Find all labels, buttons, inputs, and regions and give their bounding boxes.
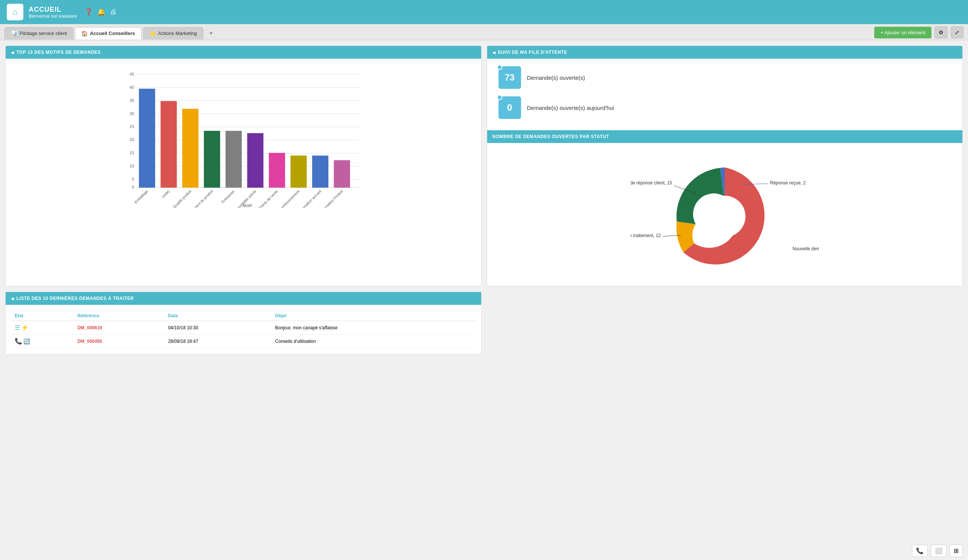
bar-dispo: [247, 133, 264, 188]
row1-objet: Conseils d'utilisation: [272, 335, 475, 348]
queue-panel-header: ◀ SUIVI DE MA FILE D'ATTENTE: [487, 46, 963, 59]
queue-panel: ◀ SUIVI DE MA FILE D'ATTENTE 73 Demande(…: [487, 46, 963, 287]
bar-reclamation-accueil: [312, 156, 328, 187]
sync-icon-1: 🔄: [23, 338, 30, 345]
pie-chart-container: Réponse reçue, 2 Attente de réponse clie…: [487, 143, 963, 286]
tab-add-button[interactable]: +: [205, 28, 217, 39]
bar-chart-container: 45 40 35 30 25 20 15 10 5 0: [12, 65, 475, 208]
col-reference: Référence: [75, 311, 165, 321]
top10-collapse-icon[interactable]: ◀: [11, 50, 14, 55]
top10-panel: ◀ TOP 10 DES MOTIFS DE DEMANDES 45 40 35…: [5, 46, 482, 287]
row1-etat: 📞 🔄: [12, 335, 75, 348]
top10-panel-title: TOP 10 DES MOTIFS DE DEMANDES: [17, 50, 101, 55]
demandes-table-head: Etat Référence Date Objet: [12, 311, 475, 321]
bar-chart-svg: 45 40 35 30 25 20 15 10 5 0: [12, 65, 475, 208]
label-encours: En cours de traitement, 12: [631, 233, 661, 238]
fullscreen-icon: ⤢: [955, 29, 959, 35]
header-title: ACCUEIL Bienvenue sur easiware: [28, 6, 77, 19]
svg-text:15: 15: [129, 151, 134, 155]
bar-aspect: [204, 131, 220, 188]
queue-label-0: Demande(s) ouverte(s): [527, 75, 585, 81]
svg-text:30: 30: [129, 111, 134, 116]
svg-text:Entreprise: Entreprise: [220, 189, 235, 204]
row1-date: 28/09/18 18:47: [165, 335, 272, 348]
svg-text:35: 35: [129, 98, 134, 103]
bar-reclamation-produit: [334, 160, 350, 188]
tab-actions-icon: ⭐: [149, 30, 156, 36]
label-reponse: Réponse reçue, 2: [770, 180, 806, 186]
row0-ref[interactable]: DM_000619: [75, 321, 165, 335]
tab-pilotage[interactable]: 📊 Pilotage service client: [5, 27, 73, 40]
list-icon-0: ☰: [15, 325, 20, 331]
demandes-collapse-icon[interactable]: ◀: [11, 297, 14, 301]
statut-panel-header: NOMBRE DE DEMANDES OUVERTES PAR STATUT: [487, 130, 963, 143]
demandes-table: Etat Référence Date Objet ☰ ⚡ DM_000619: [12, 311, 475, 348]
statut-panel-title: NOMBRE DE DEMANDES OUVERTES PAR STATUT: [492, 134, 609, 139]
tab-accueil-icon: 🏠: [81, 30, 88, 36]
col-etat: Etat: [12, 311, 75, 321]
table-row: 📞 🔄 DM_000456 28/09/18 18:47 Conseils d'…: [12, 335, 475, 348]
add-element-button[interactable]: + Ajouter un élément: [874, 27, 932, 38]
queue-badge-1: 0: [499, 96, 521, 119]
settings-icon: ⚙: [939, 29, 943, 35]
svg-text:5: 5: [132, 177, 134, 181]
queue-count-0: 73: [504, 72, 515, 83]
row0-objet: Bonjour, mon canapé s'affaisse: [272, 321, 475, 335]
ref-link-0[interactable]: DM_000619: [78, 325, 102, 330]
app-subtitle: Bienvenue sur easiware: [28, 13, 77, 19]
row0-date: 04/10/18 10:30: [165, 321, 272, 335]
bar-remboursement: [291, 156, 307, 187]
svg-text:45: 45: [129, 72, 134, 76]
add-element-label: + Ajouter un élément: [880, 30, 925, 35]
top10-panel-header: ◀ TOP 10 DES MOTIFS DE DEMANDES: [6, 46, 481, 59]
tabbar: 📊 Pilotage service client 🏠 Accueil Cons…: [0, 24, 968, 40]
svg-text:Emballage: Emballage: [134, 189, 149, 204]
queue-items: 73 Demande(s) ouverte(s) 0 Demande(s) ou…: [487, 59, 963, 126]
ref-link-1[interactable]: DM_000456: [78, 339, 102, 344]
queue-collapse-icon[interactable]: ◀: [492, 50, 496, 55]
tab-actions-label: Actions Marketing: [158, 30, 197, 36]
demandes-panel-title: LISTE DES 10 DERNIÈRES DEMANDES À TRAITE…: [17, 296, 134, 301]
fullscreen-button[interactable]: ⤢: [951, 27, 963, 38]
label-attente: Attente de réponse client, 15: [631, 180, 672, 186]
queue-badge-0: 73: [499, 66, 521, 89]
queue-count-1: 0: [507, 103, 512, 113]
pie-center-hole: [704, 196, 746, 237]
row1-ref[interactable]: DM_000456: [75, 335, 165, 348]
svg-text:Qualité produit: Qualité produit: [172, 189, 192, 208]
queue-item-0: 73 Demande(s) ouverte(s): [499, 66, 951, 89]
svg-text:Aspect du produit: Aspect du produit: [191, 189, 214, 208]
demandes-panel: ◀ LISTE DES 10 DERNIÈRES DEMANDES À TRAI…: [5, 292, 482, 355]
home-icon[interactable]: ⌂: [7, 4, 23, 20]
table-row: ☰ ⚡ DM_000619 04/10/18 10:30 Bonjour, mo…: [12, 321, 475, 335]
tab-pilotage-icon: 📊: [11, 30, 17, 36]
notifications-icon[interactable]: 🔔: [97, 8, 105, 16]
svg-text:Motif: Motif: [242, 203, 252, 208]
main-content: ◀ TOP 10 DES MOTIFS DE DEMANDES 45 40 35…: [0, 40, 968, 360]
settings-button[interactable]: ⚙: [935, 27, 948, 38]
bar-emballage: [139, 89, 155, 188]
tab-accueil-label: Accueil Conseillers: [90, 30, 135, 36]
pie-chart-svg: Réponse reçue, 2 Attente de réponse clie…: [631, 151, 819, 278]
demandes-table-body: ☰ ⚡ DM_000619 04/10/18 10:30 Bonjour, mo…: [12, 321, 475, 348]
tab-pilotage-label: Pilotage service client: [20, 30, 67, 36]
svg-text:40: 40: [129, 85, 134, 89]
demandes-table-header-row: Etat Référence Date Objet: [12, 311, 475, 321]
queue-label-1: Demande(s) ouverte(s) aujourd'hui: [527, 104, 614, 111]
print-icon[interactable]: 🖨: [110, 8, 117, 16]
col-objet: Objet: [272, 311, 475, 321]
row0-etat: ☰ ⚡: [12, 321, 75, 335]
help-icon[interactable]: ❓: [85, 8, 93, 16]
demandes-panel-header: ◀ LISTE DES 10 DERNIÈRES DEMANDES À TRAI…: [6, 292, 481, 305]
svg-text:0: 0: [132, 185, 134, 189]
tab-accueil[interactable]: 🏠 Accueil Conseillers: [75, 27, 142, 40]
bar-vide: [161, 101, 177, 188]
app-title: ACCUEIL: [28, 6, 77, 13]
bar-adresse: [269, 153, 285, 187]
queue-item-1: 0 Demande(s) ouverte(s) aujourd'hui: [499, 96, 951, 119]
priority-icon-0: ⚡: [21, 325, 28, 331]
svg-text:(vide): (vide): [161, 189, 171, 199]
tab-actions[interactable]: ⭐ Actions Marketing: [143, 27, 203, 40]
label-nouvelle: Nouvelle demande, 59: [792, 246, 819, 252]
demandes-panel-body: Etat Référence Date Objet ☰ ⚡ DM_000619: [6, 305, 481, 354]
